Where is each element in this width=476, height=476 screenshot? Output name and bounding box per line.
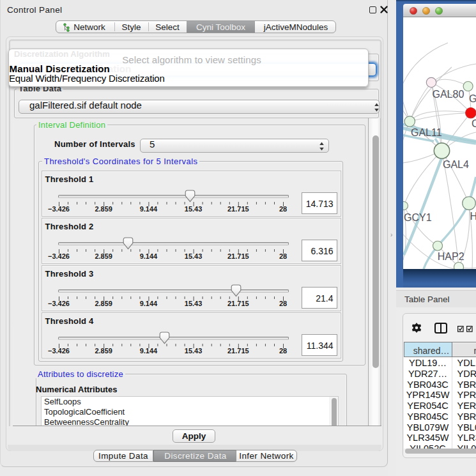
svg-text:CRM1: CRM1	[472, 118, 476, 129]
svg-text:HIS4: HIS4	[470, 211, 476, 222]
svg-text:GAL80: GAL80	[433, 89, 464, 100]
svg-text:GAL11: GAL11	[411, 127, 442, 138]
svg-text:GAL4: GAL4	[443, 159, 469, 170]
svg-text:GCY1: GCY1	[404, 212, 432, 223]
svg-text:GAL3: GAL3	[469, 93, 476, 104]
svg-text:HAP2: HAP2	[438, 251, 464, 262]
